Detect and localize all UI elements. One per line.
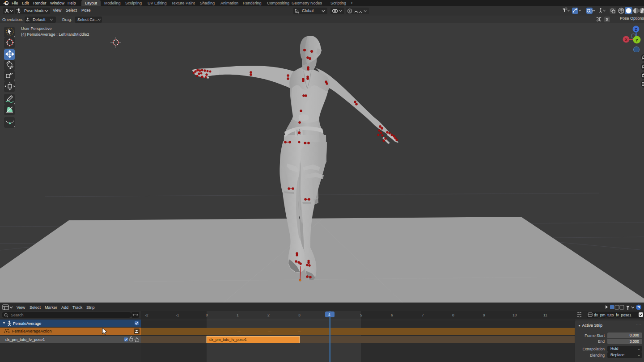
svg-text:X: X — [625, 38, 627, 42]
svg-text:dx_pm_tuto_fv_pose1: dx_pm_tuto_fv_pose1 — [5, 337, 45, 342]
svg-text:1: 1 — [237, 313, 239, 317]
svg-text:7: 7 — [422, 313, 424, 317]
svg-text:Search: Search — [11, 313, 24, 317]
svg-text:5: 5 — [360, 313, 362, 317]
svg-text:FemaleAverageAction: FemaleAverageAction — [12, 329, 51, 333]
svg-text:8: 8 — [452, 313, 454, 317]
svg-text:dx_pm_tuto_fv_pose1: dx_pm_tuto_fv_pose1 — [209, 337, 247, 342]
svg-text:4: 4 — [328, 312, 330, 317]
svg-text:Z: Z — [635, 27, 637, 32]
svg-text:-2: -2 — [145, 313, 148, 317]
svg-text:6: 6 — [391, 313, 393, 317]
svg-text:11: 11 — [543, 313, 547, 317]
svg-text:3: 3 — [298, 313, 301, 317]
svg-text:-1: -1 — [176, 313, 179, 317]
svg-text:0: 0 — [206, 313, 208, 317]
svg-text:Y: Y — [636, 38, 639, 42]
svg-text:9: 9 — [483, 313, 485, 317]
svg-text:2: 2 — [267, 313, 270, 317]
svg-text:FemaleAverage: FemaleAverage — [13, 321, 41, 326]
svg-text:10: 10 — [513, 313, 517, 317]
